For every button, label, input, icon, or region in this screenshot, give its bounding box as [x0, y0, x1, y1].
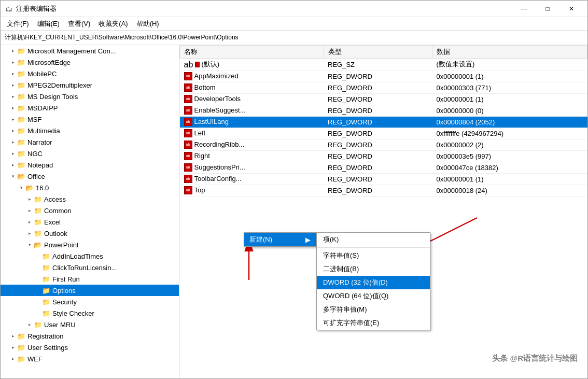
minimize-button[interactable]: —: [512, 1, 536, 17]
table-row[interactable]: ab (默认)REG_SZ(数值未设置): [180, 59, 587, 71]
new-submenu-trigger[interactable]: 新建(N) ▶ 项(K)字符串值(S)二进制值(B)DWORD (32 位)值(…: [244, 232, 316, 247]
chevron-icon: [34, 250, 42, 262]
tree-item-label: 16.0: [36, 184, 49, 192]
tree-item-office[interactable]: ▾📂Office: [1, 171, 179, 182]
submenu-item-1[interactable]: 字符串值(S): [317, 249, 430, 262]
tree-item-security[interactable]: 📁Security: [1, 296, 179, 307]
close-button[interactable]: ✕: [559, 1, 583, 17]
new-menu-header[interactable]: 新建(N) ▶: [244, 233, 316, 246]
folder-icon: 📁: [34, 218, 42, 226]
tree-panel[interactable]: ▸📁Microsoft Management Con...▸📁Microsoft…: [1, 45, 179, 378]
folder-icon: 📁: [42, 252, 50, 260]
submenu-item-0[interactable]: 项(K): [317, 233, 430, 246]
menu-item-编辑(E)[interactable]: 编辑(E): [33, 18, 64, 30]
tree-item-usersettings[interactable]: ▸📁User Settings: [1, 342, 179, 353]
tree-item-mgmt[interactable]: ▸📁Microsoft Management Con...: [1, 45, 179, 57]
registry-table: 名称 类型 数据 ab (默认)REG_SZ(数值未设置)abAppMaximi…: [179, 45, 587, 196]
table-row[interactable]: abSuggestionsPri...REG_DWORD0x000047ce (…: [180, 162, 587, 173]
table-row[interactable]: abTopREG_DWORD0x00000018 (24): [180, 185, 587, 196]
folder-icon: 📁: [17, 104, 25, 112]
menu-item-收藏夹(A)[interactable]: 收藏夹(A): [94, 18, 132, 30]
tree-item-label: Microsoft Management Con...: [27, 47, 116, 55]
chevron-icon: ▸: [9, 136, 17, 148]
tree-item-outlook[interactable]: ▸📁Outlook: [1, 228, 179, 239]
folder-icon: 📁: [42, 263, 50, 272]
tree-item-label: NGC: [27, 150, 43, 158]
submenu-item-6[interactable]: 可扩充字符串值(E): [317, 316, 430, 330]
tree-item-edge[interactable]: ▸📁MicrosoftEdge: [1, 57, 179, 68]
tree-item-label: MS Design Tools: [27, 93, 78, 101]
folder-icon: 📁: [42, 298, 50, 306]
chevron-icon: ▸: [9, 342, 17, 353]
tree-item-label: ClickToRunLicensin...: [52, 264, 117, 272]
chevron-icon: ▸: [9, 353, 17, 364]
tree-item-16_0[interactable]: ▾📂16.0: [1, 182, 179, 193]
table-row[interactable]: abEnableSuggest...REG_DWORD0x00000000 (0…: [180, 105, 587, 116]
tree-item-usermru[interactable]: ▸📁User MRU: [1, 319, 179, 330]
submenu-item-2[interactable]: 二进制值(B): [317, 262, 430, 276]
chevron-icon: ▸: [9, 114, 17, 125]
tree-item-narrator[interactable]: ▸📁Narrator: [1, 136, 179, 148]
tree-item-access[interactable]: ▸📁Access: [1, 193, 179, 205]
submenu-item-4[interactable]: QWORD (64 位)值(Q): [317, 289, 430, 303]
tree-item-label: Multimedia: [27, 127, 60, 135]
table-row[interactable]: abAppMaximizedREG_DWORD0x00000001 (1): [180, 71, 587, 82]
new-arrow: ▶: [305, 236, 311, 244]
chevron-icon: [34, 285, 42, 296]
submenu-item-5[interactable]: 多字符串值(M): [317, 303, 430, 316]
col-name: 名称: [180, 46, 324, 59]
tree-item-ngc[interactable]: ▸📁NGC: [1, 148, 179, 159]
menu-item-帮助(H)[interactable]: 帮助(H): [132, 18, 163, 30]
table-row[interactable]: abRightREG_DWORD0x000003e5 (997): [180, 150, 587, 162]
tree-item-firstrun[interactable]: 📁First Run: [1, 273, 179, 285]
chevron-icon: ▸: [9, 159, 17, 171]
table-row[interactable]: abToolbarConfig...REG_DWORD0x00000001 (1…: [180, 173, 587, 185]
tree-item-label: Office: [27, 173, 45, 180]
tree-item-msf[interactable]: ▸📁MSF: [1, 114, 179, 125]
folder-icon: 📁: [17, 69, 25, 78]
tree-item-mobilepc[interactable]: ▸📁MobilePC: [1, 68, 179, 79]
folder-icon: 📁: [34, 229, 42, 237]
tree-item-mpeg2[interactable]: ▸📁MPEG2Demultiplexer: [1, 79, 179, 91]
table-row[interactable]: abRecordingRibb...REG_DWORD0x00000002 (2…: [180, 139, 587, 150]
tree-item-label: AddInLoadTimes: [52, 252, 103, 260]
new-label: 新建(N): [249, 235, 272, 244]
folder-icon: 📁: [17, 149, 25, 158]
tree-item-wef[interactable]: ▸📁WEF: [1, 353, 179, 364]
folder-icon: 📂: [17, 172, 25, 180]
chevron-icon: [34, 262, 42, 273]
table-row[interactable]: abLeftREG_DWORD0xfffffffe (4294967294): [180, 128, 587, 139]
chevron-icon: ▸: [25, 228, 34, 239]
tree-item-notepad[interactable]: ▸📁Notepad: [1, 159, 179, 171]
tree-item-label: Registration: [27, 332, 63, 340]
table-row[interactable]: abBottomREG_DWORD0x00000303 (771): [180, 82, 587, 93]
folder-icon: 📁: [17, 332, 25, 340]
tree-item-label: Excel: [44, 218, 61, 226]
tree-item-msdaipp[interactable]: ▸📁MSDAIPP: [1, 102, 179, 114]
chevron-icon: ▾: [17, 182, 25, 193]
tree-item-label: Options: [52, 287, 76, 294]
folder-icon: 📁: [17, 161, 25, 169]
tree-item-excel[interactable]: ▸📁Excel: [1, 216, 179, 228]
tree-item-msdt[interactable]: ▸📁MS Design Tools: [1, 91, 179, 102]
tree-item-stylechecker[interactable]: 📁Style Checker: [1, 307, 179, 319]
table-row[interactable]: abLastUILangREG_DWORD0x00000804 (2052): [180, 116, 587, 128]
tree-item-registration[interactable]: ▸📁Registration: [1, 330, 179, 342]
table-row[interactable]: abDeveloperToolsREG_DWORD0x00000001 (1): [180, 93, 587, 105]
tree-item-multimedia[interactable]: ▸📁Multimedia: [1, 125, 179, 136]
tree-item-label: Style Checker: [52, 310, 94, 317]
menu-item-文件(F)[interactable]: 文件(F): [3, 18, 33, 30]
context-menu: 新建(N) ▶ 项(K)字符串值(S)二进制值(B)DWORD (32 位)值(…: [244, 232, 316, 247]
window-controls: — □ ✕: [512, 1, 583, 17]
tree-item-powerpoint[interactable]: ▾📂PowerPoint: [1, 239, 179, 250]
folder-icon: 📁: [17, 138, 25, 146]
chevron-icon: ▸: [9, 102, 17, 114]
tree-item-common[interactable]: ▸📁Common: [1, 205, 179, 216]
menu-bar: 文件(F)编辑(E)查看(V)收藏夹(A)帮助(H): [1, 17, 587, 31]
tree-item-options[interactable]: 📁Options: [1, 285, 179, 296]
tree-item-clicktorun[interactable]: 📁ClickToRunLicensin...: [1, 262, 179, 273]
submenu-item-3[interactable]: DWORD (32 位)值(D): [317, 276, 430, 289]
menu-item-查看(V)[interactable]: 查看(V): [64, 18, 94, 30]
maximize-button[interactable]: □: [536, 1, 559, 17]
tree-item-addinload[interactable]: 📁AddInLoadTimes: [1, 250, 179, 262]
